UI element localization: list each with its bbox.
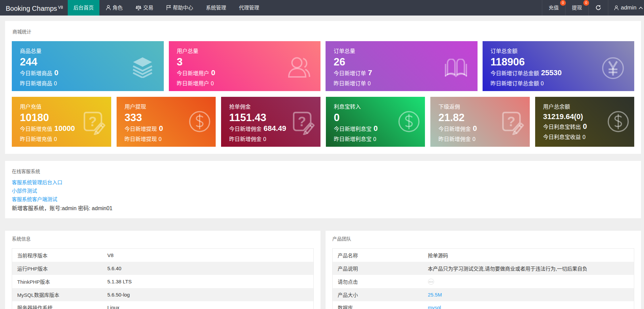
svg-text:?: ? [88, 114, 96, 129]
svg-text:?: ? [507, 114, 515, 129]
svg-text:?: ? [298, 114, 306, 129]
